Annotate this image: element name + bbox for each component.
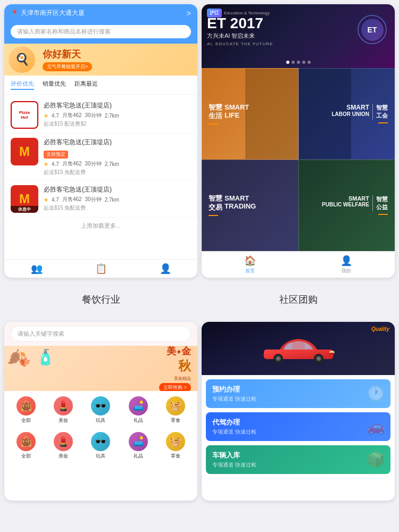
trading-en: SMART bbox=[225, 194, 256, 202]
icon-toys[interactable]: 🕶️ 玩具 bbox=[84, 396, 118, 424]
banner-decoration2: 🍁 bbox=[20, 356, 31, 367]
labor-en: SMART bbox=[331, 104, 369, 111]
food-icon-2: 🧺 bbox=[166, 432, 185, 451]
svg-point-4 bbox=[277, 358, 279, 360]
location-display[interactable]: 📍 天津市南开区大通大厦 bbox=[11, 9, 85, 18]
service-item-storage[interactable]: 车辆入库 专项通道 快速过检 📦 bbox=[206, 445, 390, 474]
delivery-time: 30分钟 bbox=[85, 112, 102, 119]
labor-zh2: 工会 bbox=[376, 112, 388, 119]
food-search-input[interactable]: 请输入商家名称和商品名称进行搜索 bbox=[11, 25, 191, 38]
card-content: 智慧 生活 SMART LIFE bbox=[202, 69, 298, 159]
load-more-text[interactable]: 上滑加载更多... bbox=[4, 218, 197, 234]
icon-toys-2[interactable]: 🕶️ 玩具 bbox=[84, 432, 118, 460]
location-arrow-icon[interactable]: > bbox=[187, 9, 191, 18]
card-underline bbox=[378, 214, 388, 215]
icon-food-2[interactable]: 🧺 零食 bbox=[159, 432, 193, 460]
service-item-appointment[interactable]: 预约办理 专项通道 快速过检 🕐 bbox=[206, 379, 390, 408]
smart-life-zh2: 生活 bbox=[209, 112, 222, 121]
welfare-en2: PUBLIC WELFARE bbox=[322, 202, 369, 207]
nav-item-orders[interactable]: 📋 bbox=[69, 263, 133, 275]
restaurant-meta: ★ 4.7 月售462 30分钟 2.7km bbox=[44, 160, 191, 168]
card-content: SMART PUBLIC WELFARE 智慧 公益 bbox=[299, 160, 395, 251]
dot-1 bbox=[286, 61, 289, 64]
car-svg bbox=[256, 332, 341, 364]
restaurant-info: 必胜客宅急送(王顶堤店) ★ 4.7 月售462 30分钟 2.7km 起送$1… bbox=[44, 101, 191, 129]
restaurant-item[interactable]: PizzaHut 必胜客宅急送(王顶堤店) ★ 4.7 月售462 30分钟 2… bbox=[4, 97, 197, 134]
smart-labor-card[interactable]: SMART LABOR UNION 智慧 工会 bbox=[298, 68, 395, 160]
card-content: SMART LABOR UNION 智慧 工会 bbox=[299, 69, 395, 159]
smart-welfare-card[interactable]: SMART PUBLIC WELFARE 智慧 公益 bbox=[298, 160, 395, 251]
icon-makeup[interactable]: 💄 美妆 bbox=[46, 396, 80, 424]
et-circle: ET bbox=[358, 15, 387, 44]
card-underline bbox=[209, 123, 218, 124]
smart-life-card[interactable]: 智慧 生活 SMART LIFE bbox=[202, 68, 298, 160]
sort-tab-distance[interactable]: 距离最近 bbox=[74, 80, 98, 90]
smart-trading-card[interactable]: 智慧 交易 SMART TRADING bbox=[202, 160, 298, 251]
et-banner: 沪江 Education & Technology ET 2017 方兴未AI … bbox=[202, 4, 395, 68]
nav-item-nearby[interactable]: 👥 bbox=[4, 263, 69, 275]
location-text: 天津市南开区大通大厦 bbox=[21, 9, 85, 18]
service-list: 预约办理 专项通道 快速过检 🕐 代驾办理 专项通道 快速过检 🚗 车辆入库 专… bbox=[202, 375, 395, 501]
shopping-phone: 请输入关键字搜索 🍂 🍁 🧴 美✦金 秋 美妆精品 立即抢购 > 👜 全部 💄 bbox=[4, 322, 197, 501]
restaurant-item[interactable]: M 休息中 必胜客宅急送(王顶堤店) ★ 4.7 月售462 30分钟 2.7k… bbox=[4, 181, 197, 218]
nav-item-me[interactable]: 👤 我的 bbox=[298, 255, 395, 275]
service-title: 代驾办理 bbox=[212, 418, 384, 427]
delivery-fee: 起送$15 免配送费 bbox=[44, 204, 191, 212]
smart-community-phone: 沪江 Education & Technology ET 2017 方兴未AI … bbox=[202, 4, 395, 278]
icon-all[interactable]: 👜 全部 bbox=[9, 396, 43, 424]
service-phone: Quality bbox=[202, 322, 395, 501]
smart-life-zh: 智慧 bbox=[209, 103, 222, 112]
nav-item-profile[interactable]: 👤 bbox=[133, 263, 197, 275]
restaurant-meta: ★ 4.7 月售462 30分钟 2.7km bbox=[44, 196, 191, 203]
icon-all-label: 全部 bbox=[21, 417, 31, 424]
sort-tab-rating[interactable]: 评价优先 bbox=[11, 80, 34, 90]
banner-cta[interactable]: 立即抢购 > bbox=[159, 383, 191, 391]
icon-food[interactable]: 🧺 零食 bbox=[159, 396, 193, 424]
delivery-distance: 2.7km bbox=[105, 197, 119, 203]
banner-small: 美妆精品 bbox=[159, 376, 191, 381]
restaurant-info: 必胜客宅急送(王顶堤店) ★ 4.7 月售462 30分钟 2.7km 起送$1… bbox=[44, 185, 191, 213]
banner-season: 秋 bbox=[159, 358, 191, 375]
icon-makeup-label-2: 美妆 bbox=[59, 453, 68, 460]
me-label: 我的 bbox=[342, 268, 351, 275]
restaurant-logo: M 休息中 bbox=[11, 185, 38, 213]
nav-item-home[interactable]: 🏠 首页 bbox=[202, 255, 298, 275]
sort-tab-sales[interactable]: 销量优先 bbox=[43, 80, 66, 90]
banner-text-area: 美✦金 秋 美妆精品 立即抢购 > bbox=[159, 346, 191, 391]
appointment-icon: 🕐 bbox=[367, 385, 385, 402]
icon-makeup-2[interactable]: 💄 美妆 bbox=[46, 432, 80, 460]
restaurant-item[interactable]: M 必胜客宅急送(王顶堤店) 支持预定 ★ 4.7 月售462 30分钟 2.7… bbox=[4, 134, 197, 181]
icon-gifts-2[interactable]: 🛋️ 礼品 bbox=[121, 432, 155, 460]
icon-all-2[interactable]: 👜 全部 bbox=[9, 432, 43, 460]
food-banner-cta[interactable]: 元气早餐能量开启> bbox=[43, 62, 92, 71]
rest-badge: 休息中 bbox=[11, 206, 38, 213]
et-circle-text: ET bbox=[361, 19, 384, 41]
food-icon: 🧺 bbox=[166, 396, 185, 415]
makeup-icon-2: 💄 bbox=[54, 432, 73, 451]
icon-toys-label-2: 玩具 bbox=[96, 453, 105, 460]
trading-zh: 智慧 bbox=[209, 194, 222, 203]
service-item-driver[interactable]: 代驾办理 专项通道 快速过检 🚗 bbox=[206, 412, 390, 441]
restaurant-name: 必胜客宅急送(王顶堤店) bbox=[44, 101, 191, 110]
label-food-industry: 餐饮行业 bbox=[4, 282, 197, 318]
icon-food-label-2: 零食 bbox=[171, 453, 180, 460]
card-zh-label: 智慧 公益 bbox=[376, 195, 388, 211]
rating-stars: ★ bbox=[44, 197, 48, 203]
dot-2 bbox=[292, 61, 295, 64]
restaurant-name: 必胜客宅急送(王顶堤店) bbox=[44, 138, 191, 147]
service-sub: 专项通道 快速过检 bbox=[212, 395, 384, 403]
monthly-sales: 月售462 bbox=[62, 160, 82, 168]
card-zh-label: 智慧 工会 bbox=[376, 104, 388, 119]
shop-icons-row2: 👜 全部 💄 美妆 🕶️ 玩具 🛋️ 礼品 🧺 零食 bbox=[4, 427, 197, 462]
card-en-label: SMART PUBLIC WELFARE bbox=[322, 195, 369, 207]
icon-gifts[interactable]: 🛋️ 礼品 bbox=[121, 396, 155, 424]
gifts-icon: 🛋️ bbox=[129, 396, 148, 415]
shop-banner: 🍂 🍁 🧴 美✦金 秋 美妆精品 立即抢购 > bbox=[4, 346, 197, 391]
shop-search-input[interactable]: 请输入关键字搜索 bbox=[11, 326, 191, 342]
trading-en2: TRADING bbox=[225, 202, 256, 210]
food-bottom-nav: 👥 📋 👤 bbox=[4, 259, 197, 278]
rating-stars: ★ bbox=[44, 113, 48, 119]
service-title: 车辆入库 bbox=[212, 451, 384, 460]
icon-gifts-label: 礼品 bbox=[134, 417, 143, 424]
restaurant-meta: ★ 4.7 月售462 30分钟 2.7km bbox=[44, 112, 191, 119]
